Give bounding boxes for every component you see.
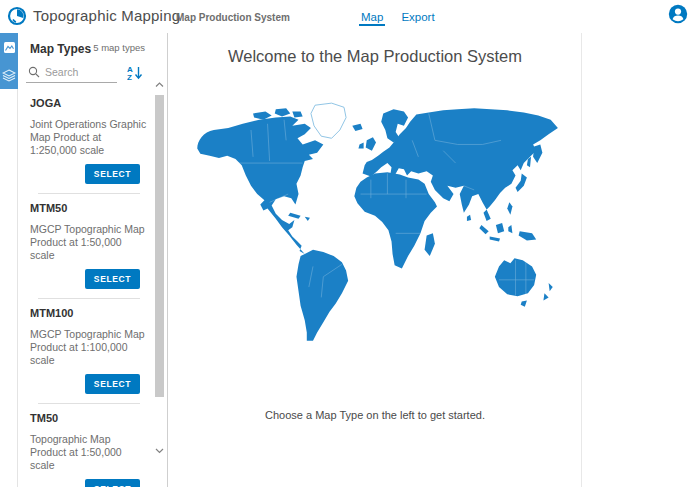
welcome-panel: Welcome to the Map Production System <box>169 33 582 487</box>
search-row: A Z <box>26 59 143 85</box>
instruction-text: Choose a Map Type on the left to get sta… <box>169 409 581 421</box>
left-tool-strip <box>0 33 18 487</box>
map-type-name: TM50 <box>30 412 144 424</box>
select-button-mtm50[interactable]: SELECT <box>85 269 140 289</box>
search-box <box>26 61 117 83</box>
select-button-mtm100[interactable]: SELECT <box>85 374 140 394</box>
app-subtitle: Map Production System <box>176 12 290 23</box>
top-tabs: Map Export <box>360 0 436 33</box>
map-type-count: 5 map types <box>93 42 145 53</box>
panel-title: Map Types <box>30 42 91 56</box>
app-logo-icon <box>7 6 27 26</box>
map-type-description: MGCP Topographic Map Product at 1:50,000… <box>30 223 148 262</box>
sort-az-icon[interactable]: A Z <box>127 64 143 81</box>
tool-strip-active-block <box>0 33 18 89</box>
sidebar-scrollbar <box>152 79 167 457</box>
map-type-card-tm50: TM50 Topographic Map Product at 1:50,000… <box>18 404 152 487</box>
greenland-outline <box>311 103 346 138</box>
map-type-list: JOGA Joint Operations Graphic Map Produc… <box>18 89 152 487</box>
app-title: Topographic Mapping <box>33 7 180 24</box>
scroll-up-icon[interactable] <box>154 79 165 91</box>
map-type-card-mtm100: MTM100 MGCP Topographic Map Product at 1… <box>18 299 152 404</box>
tab-map[interactable]: Map <box>360 2 384 31</box>
empty-right-area <box>583 33 699 487</box>
map-types-header: Map Types 5 map types <box>18 33 167 57</box>
scroll-down-icon[interactable] <box>154 445 165 457</box>
map-type-description: Topographic Map Product at 1:50,000 scal… <box>30 433 148 472</box>
continent-north-america <box>197 117 323 254</box>
select-button-tm50[interactable]: SELECT <box>85 479 140 487</box>
select-button-joga[interactable]: SELECT <box>85 164 140 184</box>
map-type-card-mtm50: MTM50 MGCP Topographic Map Product at 1:… <box>18 194 152 299</box>
search-icon <box>28 66 40 78</box>
map-type-name: JOGA <box>30 97 144 109</box>
map-type-description: Joint Operations Graphic Map Product at … <box>30 118 148 157</box>
continent-south-america <box>296 250 348 341</box>
user-avatar-icon[interactable] <box>668 4 688 24</box>
app-header: Topographic Mapping Map Production Syste… <box>0 0 699 33</box>
map-type-name: MTM100 <box>30 307 144 319</box>
map-type-description: MGCP Topographic Map Product at 1:100,00… <box>30 328 148 367</box>
layers-panel-icon[interactable] <box>0 61 18 89</box>
map-panel-icon[interactable] <box>0 33 18 61</box>
svg-text:Z: Z <box>127 73 132 81</box>
search-input[interactable] <box>45 66 115 78</box>
continent-africa <box>354 172 437 268</box>
tab-export[interactable]: Export <box>400 2 435 31</box>
map-type-name: MTM50 <box>30 202 144 214</box>
scrollbar-thumb[interactable] <box>155 95 164 397</box>
welcome-title: Welcome to the Map Production System <box>169 47 581 66</box>
world-map <box>189 99 561 351</box>
map-types-panel: Map Types 5 map types A Z JOGA Joint Ope… <box>18 33 168 487</box>
map-type-card-joga: JOGA Joint Operations Graphic Map Produc… <box>18 89 152 194</box>
